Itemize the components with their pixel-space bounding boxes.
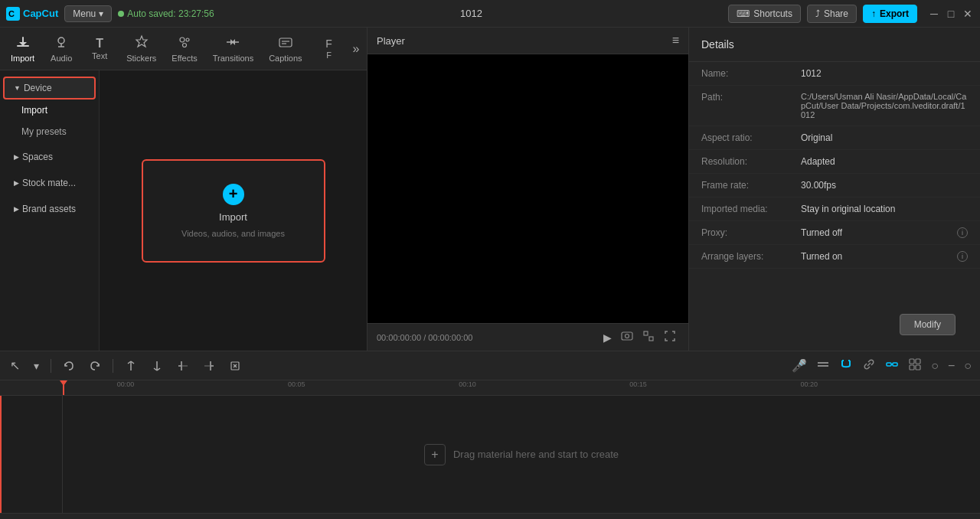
tab-import[interactable]: Import (3, 31, 42, 66)
autosave-status: Auto saved: 23:27:56 (118, 8, 214, 19)
sidebar-item-stock-mate[interactable]: ▶ Stock mate... (3, 171, 96, 194)
maximize-button[interactable]: □ (945, 8, 957, 20)
svg-rect-40 (910, 359, 914, 364)
playhead[interactable] (63, 380, 64, 395)
trim-right-button[interactable] (199, 357, 219, 374)
undo-button[interactable] (59, 357, 79, 374)
timeline-toolbar: ↖ ▾ (0, 351, 980, 380)
modify-button[interactable]: Modify (900, 314, 956, 335)
redo-button[interactable] (85, 357, 105, 374)
circle-icon[interactable]: ○ (929, 357, 941, 375)
share-button[interactable]: ⤴ Share (807, 5, 857, 23)
tab-f[interactable]: F F (310, 35, 348, 63)
close-button[interactable]: ✕ (962, 8, 974, 20)
toolbar-more-icon[interactable]: » (350, 39, 363, 59)
tab-import-label: Import (11, 54, 34, 63)
brand-assets-label: Brand assets (22, 204, 76, 214)
tab-captions[interactable]: Captions (261, 31, 309, 66)
timeline-scrollbar[interactable] (0, 513, 980, 519)
tab-f-label: F (326, 51, 332, 60)
trim-left-button[interactable] (173, 357, 193, 374)
details-value-name: 1012 (801, 68, 968, 79)
details-value-path: C:/Users/Usman Ali Nasir/AppData/Local/C… (801, 92, 968, 119)
split-end-button[interactable] (147, 357, 167, 374)
ruler-mark-4: 00:20 (801, 380, 818, 388)
svg-rect-18 (622, 332, 632, 340)
split-start-button[interactable] (121, 357, 141, 374)
timeline-add-button[interactable]: + (424, 444, 446, 465)
text-icon: T (96, 38, 103, 50)
microphone-icon[interactable]: 🎤 (789, 356, 809, 375)
svg-point-19 (626, 335, 629, 338)
magnet-icon[interactable] (837, 355, 855, 377)
export-icon: ↑ (871, 8, 876, 19)
svg-rect-15 (279, 38, 292, 47)
shortcuts-button[interactable]: ⌨ Shortcuts (728, 5, 801, 23)
delete-segment-button[interactable] (225, 357, 245, 374)
chevron-down-icon: ▾ (99, 8, 103, 19)
tab-text-label: Text (92, 51, 107, 60)
main-area: Import Audio T Text (0, 28, 980, 351)
autosave-dot (118, 11, 124, 17)
player-menu-icon[interactable]: ≡ (672, 34, 679, 47)
sidebar-item-spaces[interactable]: ▶ Spaces (3, 145, 96, 168)
details-value-imported-media: Stay in original location (801, 204, 968, 214)
grid-icon[interactable] (906, 355, 924, 377)
export-label: Export (880, 8, 909, 19)
tab-audio[interactable]: Audio (42, 31, 80, 66)
audio-sync-icon[interactable] (883, 355, 901, 377)
shortcuts-icon: ⌨ (737, 8, 750, 19)
snap-icon[interactable] (814, 355, 832, 377)
import-drop-zone[interactable]: + Import Videos, audios, and images (142, 159, 325, 263)
details-title: Details (701, 38, 734, 51)
player-title: Player (377, 35, 405, 47)
menu-button[interactable]: Menu ▾ (64, 5, 112, 22)
import-sub-label: Import (21, 105, 47, 116)
player-header: Player ≡ (368, 28, 688, 54)
tab-captions-label: Captions (269, 54, 302, 63)
tab-transitions[interactable]: Transitions (205, 31, 261, 66)
import-box-sublabel: Videos, audios, and images (181, 229, 285, 238)
svg-point-10 (183, 44, 187, 47)
player-play-button[interactable]: ▶ (600, 328, 615, 346)
sidebar-item-brand-assets[interactable]: ▶ Brand assets (3, 197, 96, 220)
drag-hint-text: Drag material here and start to create (453, 449, 619, 460)
import-icon (15, 34, 31, 52)
ruler-mark-3: 00:15 (629, 380, 647, 388)
sidebar-item-device[interactable]: ▼ Device (3, 77, 96, 100)
project-title: 1012 (220, 8, 723, 19)
shortcuts-label: Shortcuts (753, 8, 792, 19)
export-button[interactable]: ↑ Export (863, 5, 917, 23)
tab-effects[interactable]: Effects (164, 31, 204, 66)
chevron-right-icon-3: ▶ (14, 205, 19, 213)
arrange-info-icon[interactable]: i (957, 251, 968, 262)
details-label-arrange: Arrange layers: (701, 251, 801, 262)
player-time: 00:00:00:00 / 00:00:00:00 (377, 333, 594, 342)
svg-point-9 (186, 38, 189, 41)
minimize-button[interactable]: ─ (928, 8, 940, 20)
proxy-info-icon[interactable]: i (957, 227, 968, 238)
window-controls: ─ □ ✕ (928, 8, 974, 20)
my-presets-label: My presets (21, 126, 67, 137)
cursor-dropdown-button[interactable]: ▾ (30, 357, 43, 374)
cursor-tool-button[interactable]: ↖ (6, 356, 24, 375)
player-screenshot-button[interactable] (618, 328, 636, 346)
player-fullscreen-button[interactable] (661, 328, 679, 346)
toolbar-tabs: Import Audio T Text (0, 28, 367, 70)
sidebar-section-brand-assets: ▶ Brand assets (0, 197, 99, 220)
tab-stickers[interactable]: Stickers (119, 31, 164, 66)
timeline-content-area: + Drag material here and start to create (0, 396, 980, 513)
player-fit-button[interactable] (639, 328, 658, 346)
minus-icon[interactable]: − (946, 357, 957, 375)
details-row-name: Name: 1012 (689, 62, 980, 86)
svg-rect-33 (818, 362, 828, 364)
sidebar-item-import[interactable]: Import (3, 100, 96, 121)
tab-transitions-label: Transitions (213, 54, 253, 63)
volume-icon[interactable]: ○ (962, 357, 974, 375)
sidebar: ▼ Device Import My presets ▶ Spaces (0, 70, 100, 351)
link-icon[interactable] (860, 355, 878, 377)
tab-text[interactable]: T Text (80, 34, 119, 64)
sidebar-item-my-presets[interactable]: My presets (3, 121, 96, 142)
plus-symbol: + (229, 185, 238, 203)
device-label: Device (24, 83, 52, 93)
